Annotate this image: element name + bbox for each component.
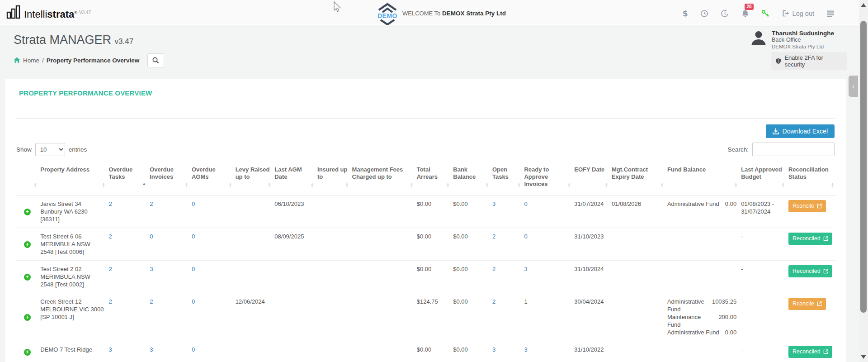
column-header-eofy[interactable]: EOFY Date▲ ▼ bbox=[572, 163, 609, 195]
ready-link[interactable]: 0 bbox=[524, 200, 527, 207]
download-excel-button[interactable]: Download Excel bbox=[766, 124, 835, 138]
cell-last_agm bbox=[272, 293, 315, 341]
fund-line: Maintenance Fund200.00 bbox=[667, 313, 736, 329]
column-header-levy_raised[interactable]: Levy Raised up to▲ ▼ bbox=[233, 163, 273, 195]
cell-last_agm: 06/10/2023 bbox=[272, 195, 315, 228]
overdue-tasks-link[interactable]: 2 bbox=[109, 233, 112, 240]
menu-icon[interactable] bbox=[826, 10, 835, 17]
cell-total_arrears: $0.00 bbox=[415, 261, 451, 293]
notifications-bell-icon[interactable]: 20 bbox=[741, 10, 749, 18]
open-tasks-link[interactable]: 2 bbox=[492, 233, 495, 240]
reconcile-status-button[interactable]: Reconciled bbox=[788, 233, 832, 245]
column-header-funds[interactable]: Fund Balance▲ ▼ bbox=[665, 163, 739, 195]
home-icon[interactable] bbox=[14, 57, 20, 63]
cell-overdue_tasks: 3 bbox=[107, 341, 148, 362]
overdue-tasks-link[interactable]: 3 bbox=[109, 346, 112, 353]
reconcile-status-button[interactable]: Rconcile bbox=[788, 298, 826, 310]
global-search-button[interactable] bbox=[147, 53, 164, 67]
fund-amount: 10035.25 bbox=[712, 298, 736, 313]
overdue-invoices-link[interactable]: 0 bbox=[150, 233, 153, 240]
column-label: Overdue Tasks bbox=[109, 166, 133, 180]
logout-button[interactable]: Log out bbox=[782, 10, 814, 17]
overdue-agms-link[interactable]: 0 bbox=[192, 233, 195, 240]
user-panel: Tharushi Sudusinghe Back-Office DEMOX St… bbox=[750, 29, 847, 70]
column-header-total_arrears[interactable]: Total Arrears▲ ▼ bbox=[415, 163, 451, 195]
column-label: Insured up to bbox=[317, 166, 347, 180]
column-header-last_budget[interactable]: Last Approved Budget▲ ▼ bbox=[739, 163, 786, 195]
overdue-tasks-link[interactable]: 2 bbox=[109, 298, 112, 305]
column-header-insured[interactable]: Insured up to▲ ▼ bbox=[315, 163, 350, 195]
column-header-ready[interactable]: Ready to Approve Invoices▲ ▼ bbox=[522, 163, 572, 195]
column-header-bank_balance[interactable]: Bank Balance▲ ▼ bbox=[451, 163, 490, 195]
column-header-mgt_expiry[interactable]: Mgt.Contract Expiry Date▲ ▼ bbox=[609, 163, 665, 195]
column-header-address[interactable]: Property Address▲ ▼ bbox=[38, 163, 106, 195]
overdue-agms-link[interactable]: 0 bbox=[192, 298, 195, 305]
clock-icon[interactable] bbox=[700, 10, 708, 18]
cell-last_budget: - bbox=[739, 228, 786, 261]
column-header-expand[interactable]: ▲ ▼ bbox=[16, 163, 38, 195]
avatar[interactable] bbox=[750, 29, 768, 47]
expand-row-icon[interactable]: + bbox=[24, 209, 31, 215]
expand-row-icon[interactable]: + bbox=[24, 314, 31, 321]
cell-status: Rconcile bbox=[786, 195, 835, 228]
expand-row-icon[interactable]: + bbox=[24, 349, 31, 356]
overdue-invoices-link[interactable]: 3 bbox=[150, 266, 153, 272]
open-tasks-link[interactable]: 2 bbox=[492, 266, 495, 272]
overdue-tasks-link[interactable]: 2 bbox=[109, 200, 112, 207]
scrollbar-up-arrow[interactable] bbox=[861, 3, 866, 7]
breadcrumb-home[interactable]: Home bbox=[23, 57, 39, 64]
overdue-agms-link[interactable]: 0 bbox=[192, 346, 195, 353]
ready-link[interactable]: 3 bbox=[524, 346, 527, 353]
open-tasks-link[interactable]: 3 bbox=[492, 200, 495, 207]
fund-name: Administrative Fund bbox=[667, 298, 709, 313]
column-header-mgmt_fees[interactable]: Management Fees Charged up to▲ ▼ bbox=[350, 163, 415, 195]
scrollbar-down-arrow[interactable] bbox=[861, 355, 866, 359]
cell-levy_raised bbox=[233, 261, 273, 293]
cell-address: Test Street 6 06 MERIMBULA NSW 2548 [Tes… bbox=[38, 228, 106, 261]
page-size-select[interactable]: 10 bbox=[35, 143, 65, 156]
reconcile-status-button[interactable]: Rconcile bbox=[788, 200, 826, 212]
brand-version: V3.47 bbox=[79, 10, 91, 15]
cell-bank_balance: $0.00 bbox=[451, 195, 490, 228]
vertical-scrollbar[interactable] bbox=[859, 0, 868, 362]
ready-link[interactable]: 3 bbox=[524, 266, 527, 272]
overdue-invoices-link[interactable]: 2 bbox=[150, 200, 153, 207]
cell-expand: + bbox=[16, 261, 38, 293]
cell-open_tasks: 2 bbox=[490, 261, 522, 293]
collapse-panel-tab[interactable]: ‹ bbox=[849, 76, 858, 97]
column-header-status[interactable]: Reconciliation Status▲ ▼ bbox=[786, 163, 835, 195]
column-header-overdue_agms[interactable]: Overdue AGMs▲ ▼ bbox=[189, 163, 233, 195]
overdue-agms-link[interactable]: 0 bbox=[192, 200, 195, 207]
reconcile-status-button[interactable]: Reconciled bbox=[788, 346, 832, 358]
cell-total_arrears: $124.75 bbox=[415, 293, 451, 341]
history-icon[interactable] bbox=[721, 10, 729, 18]
open-tasks-link[interactable]: 2 bbox=[492, 298, 495, 305]
user-name: Tharushi Sudusinghe bbox=[772, 30, 834, 37]
open-tasks-link[interactable]: 3 bbox=[492, 346, 495, 353]
scrollbar-thumb[interactable] bbox=[860, 21, 867, 313]
cell-overdue_agms: 0 bbox=[189, 341, 233, 362]
column-header-last_agm[interactable]: Last AGM Date▲ ▼ bbox=[272, 163, 315, 195]
table-body: +Jarvis Street 34 Bunbury WA 6230 [36311… bbox=[16, 195, 835, 362]
column-header-overdue_tasks[interactable]: Overdue Tasks▲ bbox=[107, 163, 148, 195]
column-header-open_tasks[interactable]: Open Tasks▲ ▼ bbox=[490, 163, 522, 195]
reconcile-status-button[interactable]: Reconciled bbox=[788, 265, 832, 277]
column-header-overdue_invoices[interactable]: Overdue Invoices▲ ▼ bbox=[147, 163, 189, 195]
expand-row-icon[interactable]: + bbox=[24, 274, 31, 281]
external-link-icon bbox=[823, 236, 828, 241]
overdue-invoices-link[interactable]: 3 bbox=[150, 346, 153, 353]
key-icon[interactable] bbox=[761, 10, 769, 18]
overdue-invoices-link[interactable]: 2 bbox=[150, 298, 153, 305]
enable-2fa-button[interactable]: Enable 2FA for security bbox=[771, 52, 847, 70]
table-row: +Test Street 2 02 MERIMBULA NSW 2548 [Te… bbox=[16, 261, 835, 293]
expand-row-icon[interactable]: + bbox=[24, 241, 31, 248]
overdue-agms-link[interactable]: 0 bbox=[192, 266, 195, 272]
table-row: +DEMO 7 Test Ridge330$0.00$0.003331/10/2… bbox=[16, 341, 835, 362]
table-search-input[interactable] bbox=[752, 143, 835, 156]
overdue-tasks-link[interactable]: 2 bbox=[109, 266, 112, 272]
divider bbox=[16, 118, 835, 119]
app-logo[interactable]: Intellistrata®V3.47 bbox=[6, 5, 91, 23]
billing-dollar-icon[interactable]: $ bbox=[683, 9, 688, 18]
ready-link[interactable]: 0 bbox=[524, 233, 527, 240]
cell-eofy: 31/10/2022 bbox=[572, 341, 609, 362]
